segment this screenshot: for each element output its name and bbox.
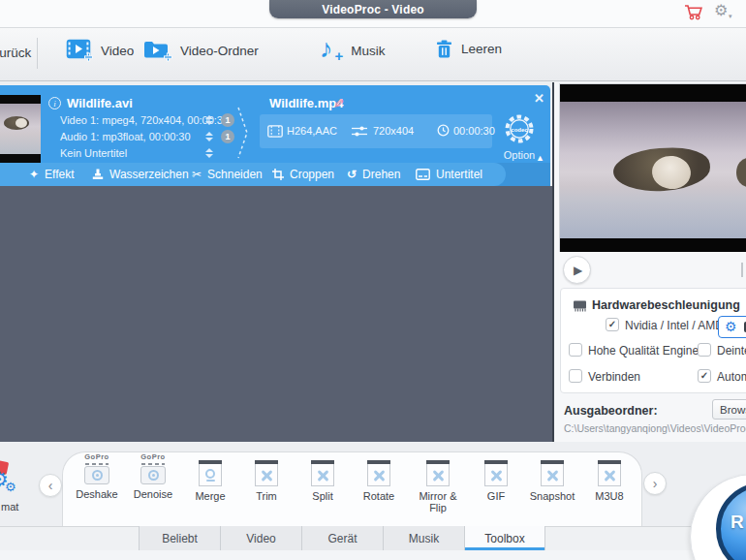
edit-tab-crop[interactable]: Croppen <box>272 163 334 186</box>
toolbox-item-rotate[interactable]: Rotate <box>351 457 407 503</box>
gopro-camera-detail <box>85 463 109 465</box>
gopro-camera-icon <box>140 466 166 484</box>
tools-page-icon <box>311 460 334 486</box>
high-quality-checkbox[interactable] <box>569 343 582 357</box>
hardware-panel: Hardwarebeschleunigung ✓ Nvidia / Intel … <box>560 288 746 393</box>
add-video-button[interactable]: Video <box>66 39 134 62</box>
play-icon: ▶ <box>574 264 582 276</box>
hardware-title: Hardwarebeschleunigung <box>592 298 740 312</box>
toolbox-scroll-right-button[interactable]: › <box>643 472 667 495</box>
toolbox-item-trim[interactable]: Trim <box>238 457 295 503</box>
preview-frame <box>560 102 746 238</box>
clear-list-button[interactable]: Leeren <box>436 40 502 58</box>
video-folder-add-icon <box>143 39 172 62</box>
cart-icon[interactable] <box>684 4 704 20</box>
tab-geraet[interactable]: Gerät <box>301 526 383 550</box>
tab-musik[interactable]: Musik <box>383 526 464 550</box>
toolbox-item-denoise[interactable]: GoPro Denoise <box>125 453 181 500</box>
target-codec: H264,AAC <box>287 125 337 137</box>
browse-button[interactable]: Browser <box>712 399 746 420</box>
tab-beliebt[interactable]: Beliebt <box>139 526 220 550</box>
target-format-label: mat <box>1 501 18 513</box>
toolbox-item-deshake[interactable]: GoPro Deshake <box>69 453 125 500</box>
audio-track-selector[interactable] <box>205 132 213 141</box>
info-icon[interactable]: i <box>48 97 61 109</box>
video-track-selector[interactable] <box>205 115 213 125</box>
codec-option-label: Option <box>500 149 539 161</box>
edit-tab-subtitle[interactable]: Untertitel <box>416 163 482 186</box>
merge-checkbox[interactable] <box>569 369 582 383</box>
play-button[interactable]: ▶ <box>563 256 591 284</box>
music-note-icon: ♪ <box>320 36 333 62</box>
gopro-camera-detail <box>141 463 165 465</box>
tools-page-icon <box>426 460 450 486</box>
gpu-checkbox[interactable]: ✓ <box>606 318 619 331</box>
playbar-clipped-control <box>741 263 743 277</box>
target-duration: 00:00:30 <box>453 125 495 137</box>
toolbox-item-mirror-flip[interactable]: Mirror & Flip <box>411 457 465 513</box>
toolbox-item-merge[interactable]: Merge <box>182 457 238 503</box>
tools-page-icon <box>367 460 390 486</box>
gopro-camera-icon <box>84 466 109 484</box>
add-music-button[interactable]: ♪ + Musik <box>320 36 386 63</box>
tab-video[interactable]: Video <box>220 526 301 550</box>
crop-icon <box>272 169 284 180</box>
edit-tab-effect[interactable]: ✦ Effekt <box>29 163 75 186</box>
video-preview <box>559 83 746 254</box>
film-icon <box>267 125 283 138</box>
codec-option-button[interactable]: codec Option <box>500 112 539 161</box>
edit-tab-cut[interactable]: ✂ Schneiden <box>192 163 263 186</box>
video-track-count-badge: 1 <box>221 113 234 127</box>
add-video-folder-button[interactable]: Video-Ordner <box>143 39 259 62</box>
toolbox-scroll-left-button[interactable]: ‹ <box>39 474 62 497</box>
file-drop-area[interactable] <box>0 186 552 442</box>
tools-page-icon <box>484 460 508 486</box>
output-path: C:\Users\tangyanqiong\Videos\VideoProc <box>564 422 746 434</box>
target-format-box: H264,AAC 720x404 00:00:30 <box>260 114 492 148</box>
music-plus-icon: + <box>335 48 344 63</box>
auto-copy-checkbox[interactable]: ✓ <box>698 369 711 383</box>
deinterlace-checkbox[interactable] <box>698 343 711 357</box>
tools-page-icon <box>598 460 621 486</box>
video-add-icon <box>66 39 93 62</box>
add-music-label: Musik <box>351 44 385 58</box>
merge-tool-icon <box>199 460 222 486</box>
back-button[interactable]: Zurück <box>0 46 31 60</box>
settings-gear-icon[interactable]: ⚙ <box>714 3 728 18</box>
rotate-icon: ↺ <box>347 169 357 180</box>
app-window: VideoProc - Video ⚙ ▾ Zurück Video Video… <box>0 0 746 560</box>
rename-pencil-icon[interactable]: ✎ <box>331 98 346 109</box>
hardware-settings-button[interactable]: ⚙ <box>718 316 746 338</box>
tab-toolbox[interactable]: Toolbox <box>464 526 545 550</box>
run-button-label: R <box>730 512 744 533</box>
codec-gear-icon: codec <box>503 112 536 145</box>
add-video-label: Video <box>101 44 134 58</box>
trash-icon <box>436 40 452 58</box>
video-track-line: Video 1: mpeg4, 720x404, 00:00:30 <box>60 114 229 126</box>
duration-clock-icon <box>437 124 451 138</box>
deinterlace-label: Deinterla <box>717 344 746 358</box>
source-thumbnail <box>0 95 41 163</box>
merge-label: Verbinden <box>588 370 640 384</box>
toolbox-item-snapshot[interactable]: Snapshot <box>524 457 580 503</box>
file-card: i Wildlife.avi Video 1: mpeg4, 720x404, … <box>0 85 550 186</box>
edit-tab-rotate[interactable]: ↺ Drehen <box>347 163 400 186</box>
toolbox-item-gif[interactable]: GIF <box>468 457 524 503</box>
subtitle-selector[interactable] <box>205 148 213 158</box>
edit-tab-watermark[interactable]: Wasserzeichen <box>92 163 189 186</box>
scissors-icon: ✂ <box>192 169 202 180</box>
close-icon[interactable]: ✕ <box>534 92 544 105</box>
settings-caret-icon: ▾ <box>729 13 732 19</box>
toolbox-item-split[interactable]: Split <box>295 457 351 503</box>
chevron-left-icon: ‹ <box>48 478 53 493</box>
chevron-right-icon: › <box>653 476 658 491</box>
card-scroll-up-icon[interactable]: ▲ <box>536 154 544 163</box>
status-strip <box>0 550 746 560</box>
target-resolution: 720x404 <box>373 125 414 137</box>
audio-track-line: Audio 1: mp3float, 00:00:30 <box>60 131 191 142</box>
subtitle-line: Kein Untertitel <box>60 147 127 159</box>
wand-icon: ✦ <box>29 169 39 180</box>
target-format-gear2-icon: ⚙ <box>5 481 16 493</box>
toolbox-item-m3u8[interactable]: M3U8 <box>581 457 637 503</box>
audio-track-count-badge: 1 <box>221 130 234 143</box>
